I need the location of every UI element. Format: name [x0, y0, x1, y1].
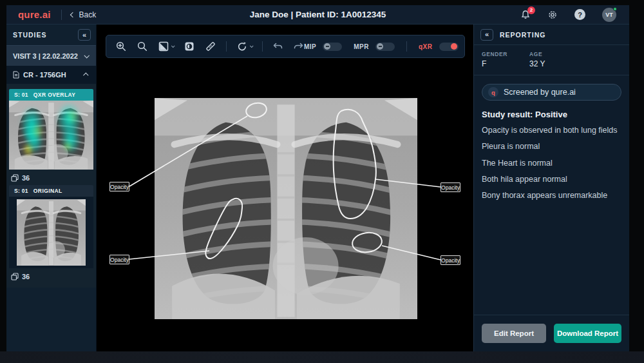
series-type: QXR OVERLAY [33, 92, 76, 98]
finding-item: The Heart is normal [474, 158, 629, 168]
sidebar-collapse-button[interactable]: « [78, 29, 91, 41]
qure-ai-logo: qure.ai [18, 9, 51, 20]
mpr-label: MPR [354, 43, 369, 50]
mip-toggle[interactable] [323, 43, 342, 51]
desktop-background: qure.ai Back Jane Doe | Patient ID: 1A00… [0, 0, 644, 363]
divider [226, 41, 227, 52]
rotate-icon[interactable] [236, 41, 252, 52]
avatar-initials: VT [605, 12, 613, 18]
image-viewer: MIP MPR qXR [97, 25, 473, 351]
invert-icon[interactable] [184, 41, 195, 52]
download-report-button[interactable]: Download Report [554, 324, 621, 343]
series-list: S: 01 QXR OVERLAY 36 [6, 84, 96, 288]
screened-by-badge: q Screened by qure.ai [482, 84, 621, 101]
magnify-icon[interactable] [137, 41, 148, 52]
divider [61, 10, 62, 20]
chevron-down-icon [250, 44, 254, 48]
chest-xray-image[interactable] [155, 98, 417, 319]
series-number: S: 01 [14, 92, 28, 98]
settings-gear-icon[interactable] [547, 10, 558, 20]
finding-item: Opacity is observed in both lung fields [474, 125, 629, 135]
finding-item: Both hila appear normal [474, 174, 629, 184]
finding-label-opacity[interactable]: Opacity [109, 255, 129, 264]
study-result: Study result: Positive [474, 108, 629, 119]
patient-demographics: GENDER F AGE 32 Y [474, 45, 629, 75]
window-level-icon[interactable] [158, 41, 174, 52]
study-label: CR - 1756GH [23, 71, 80, 79]
report-actions: Edit Report Download Report [474, 315, 629, 351]
visit-accordion[interactable]: VISIT 3 | 22.02.2022 [6, 45, 96, 66]
chevron-up-icon [83, 72, 88, 77]
qxr-label: qXR [419, 43, 433, 50]
gender-value: F [482, 59, 507, 68]
reporting-collapse-button[interactable]: « [480, 29, 493, 41]
divider [262, 41, 263, 52]
top-bar: qure.ai Back Jane Doe | Patient ID: 1A00… [6, 5, 629, 25]
studies-sidebar: STUDIES « VISIT 3 | 22.02.2022 CR - 1756… [6, 25, 97, 351]
reporting-panel: « REPORTING GENDER F AGE 32 Y q Screened… [473, 25, 629, 351]
document-icon [13, 71, 19, 79]
chevron-down-icon [84, 53, 89, 58]
edit-report-button[interactable]: Edit Report [482, 324, 546, 343]
redo-icon[interactable] [293, 42, 304, 52]
series-card-qxr-overlay[interactable]: S: 01 QXR OVERLAY [9, 89, 93, 170]
chevron-left-icon [70, 12, 75, 17]
notifications-button[interactable]: 2 [520, 10, 531, 20]
qure-q-icon: q [488, 87, 498, 97]
stack-icon [11, 273, 19, 280]
studies-title: STUDIES [13, 31, 47, 39]
chevron-down-icon [171, 44, 175, 48]
divider [406, 41, 407, 52]
mpr-toggle[interactable] [375, 43, 395, 51]
study-accordion[interactable]: CR - 1756GH [6, 66, 96, 84]
series-number: S: 01 [14, 188, 28, 194]
finding-label-opacity[interactable]: Opacity [109, 182, 129, 191]
finding-label-opacity[interactable]: Opacity [440, 255, 460, 265]
finding-item: Pleura is normal [474, 141, 629, 152]
viewer-toolbar: MIP MPR qXR [106, 35, 465, 58]
undo-icon[interactable] [272, 42, 283, 52]
screened-by-text: Screened by qure.ai [504, 88, 576, 97]
zoom-in-icon[interactable] [115, 41, 127, 52]
online-status-dot [613, 7, 617, 11]
notification-badge: 2 [527, 6, 535, 14]
stack-icon [11, 174, 19, 182]
qxr-heatmap-overlay [9, 103, 93, 166]
measure-icon[interactable] [205, 41, 216, 52]
reporting-title: REPORTING [500, 31, 545, 39]
original-thumbnail [17, 199, 86, 266]
finding-label-opacity[interactable]: Opacity [440, 182, 460, 192]
back-label: Back [79, 10, 97, 19]
series-card-original[interactable]: S: 01 ORIGINAL [9, 185, 93, 268]
series-type: ORIGINAL [33, 188, 62, 194]
finding-item: Bony thorax appears unremarkable [474, 190, 629, 201]
mip-label: MIP [304, 43, 316, 50]
app-window: qure.ai Back Jane Doe | Patient ID: 1A00… [6, 5, 629, 351]
back-button[interactable]: Back [71, 10, 97, 19]
help-button[interactable]: ? [574, 9, 585, 20]
user-avatar[interactable]: VT [602, 8, 616, 22]
age-label: AGE [529, 51, 545, 57]
visit-label: VISIT 3 | 22.02.2022 [13, 52, 78, 60]
series-image-count: 36 [6, 170, 96, 185]
series-image-count: 36 [6, 268, 96, 284]
qxr-toggle[interactable] [439, 43, 459, 51]
gender-label: GENDER [482, 51, 507, 57]
age-value: 32 Y [529, 59, 545, 68]
